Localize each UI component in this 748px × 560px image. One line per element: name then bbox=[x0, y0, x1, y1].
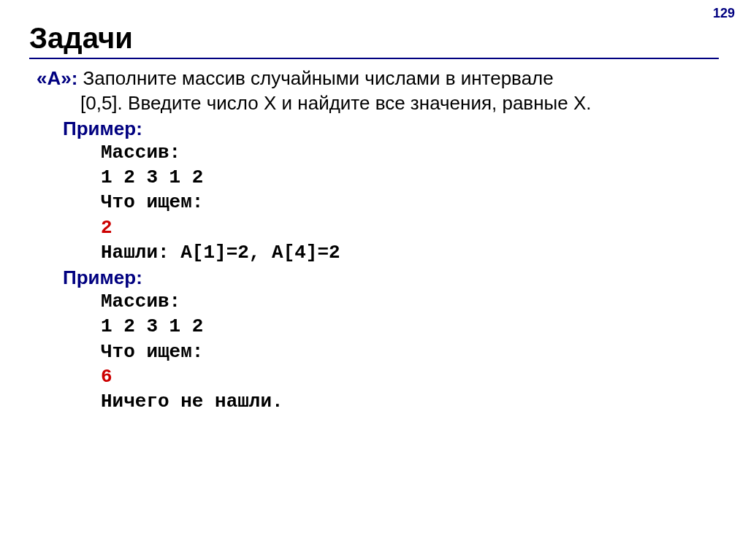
task-description: «A»: Заполните массив случайными числами… bbox=[37, 66, 719, 91]
example1-line3: 2 bbox=[101, 215, 719, 240]
example2-line2: Что ищем: bbox=[101, 340, 719, 364]
task-text-line2: [0,5]. Введите число X и найдите все зна… bbox=[80, 91, 719, 116]
title-divider bbox=[29, 58, 719, 59]
example1-line2: Что ищем: bbox=[101, 190, 719, 215]
example2-line0: Массив: bbox=[101, 289, 719, 314]
example1-line0: Массив: bbox=[101, 140, 719, 165]
example1-line1: 1 2 3 1 2 bbox=[101, 165, 719, 190]
task-text-line1: Заполните массив случайными числами в ин… bbox=[77, 67, 553, 89]
page-title: Задачи bbox=[29, 22, 719, 55]
example2-line1: 1 2 3 1 2 bbox=[101, 314, 719, 339]
example1-line4: Нашли: A[1]=2, A[4]=2 bbox=[101, 240, 719, 265]
page-number: 129 bbox=[713, 6, 735, 21]
example2-line3: 6 bbox=[101, 364, 719, 389]
example2-label: Пример: bbox=[63, 266, 719, 289]
example1-label: Пример: bbox=[63, 118, 719, 140]
task-label: «A»: bbox=[37, 67, 77, 89]
example2-line4: Ничего не нашли. bbox=[101, 389, 719, 414]
